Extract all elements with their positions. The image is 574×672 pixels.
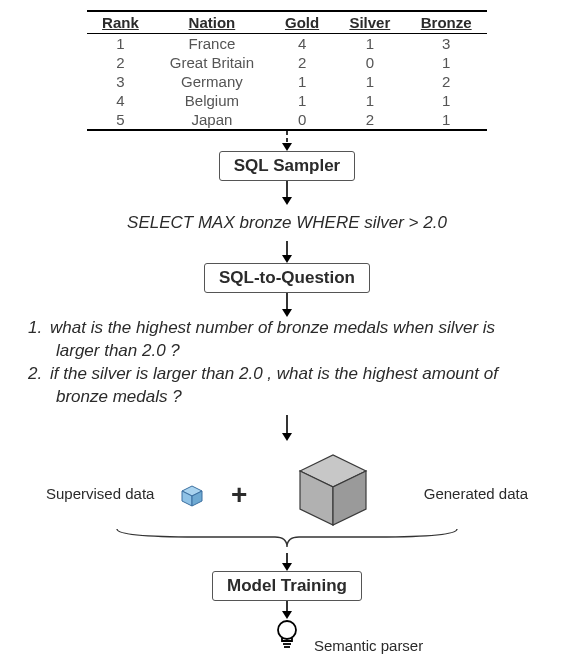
col-bronze: Bronze [405,11,487,34]
svg-marker-5 [282,255,292,263]
arrow-down-icon [277,553,297,571]
table-row: 4 Belgium 1 1 1 [87,91,487,110]
table-row: 5 Japan 0 2 1 [87,110,487,130]
col-silver: Silver [334,11,405,34]
svg-marker-1 [282,143,292,151]
svg-point-20 [278,621,296,639]
large-cube-icon [288,447,378,531]
table-row: 2 Great Britain 2 0 1 [87,53,487,72]
arrow-down-icon [277,415,297,441]
label-generated-data: Generated data [424,485,528,502]
svg-marker-19 [282,611,292,619]
svg-marker-17 [282,563,292,571]
step-sql-sampler: SQL Sampler [219,151,355,181]
table-row: 1 France 4 1 3 [87,34,487,54]
list-item: 1.what is the highest number of bronze m… [56,317,540,363]
generated-questions: 1.what is the highest number of bronze m… [20,317,554,409]
col-gold: Gold [270,11,334,34]
step-model-training: Model Training [212,571,362,601]
arrow-down-icon [277,293,297,317]
arrow-down-icon [277,241,297,263]
arrow-down-icon [277,131,297,151]
step-sql-to-question: SQL-to-Question [204,263,370,293]
svg-marker-9 [282,433,292,441]
small-cube-icon [178,481,206,509]
col-nation: Nation [154,11,270,34]
arrow-down-icon [277,601,297,619]
label-supervised-data: Supervised data [46,485,154,502]
col-rank: Rank [87,11,154,34]
label-semantic-parser: Semantic parser [314,637,423,654]
svg-marker-7 [282,309,292,317]
svg-marker-3 [282,197,292,205]
sql-query-text: SELECT MAX bronze WHERE silver > 2.0 [20,213,554,233]
lightbulb-icon [273,619,301,649]
arrow-down-icon [277,181,297,205]
list-item: 2.if the silver is larger than 2.0 , wha… [56,363,540,409]
table-row: 3 Germany 1 1 2 [87,72,487,91]
plus-icon: + [231,479,247,511]
medals-table: Rank Nation Gold Silver Bronze 1 France … [87,10,487,131]
